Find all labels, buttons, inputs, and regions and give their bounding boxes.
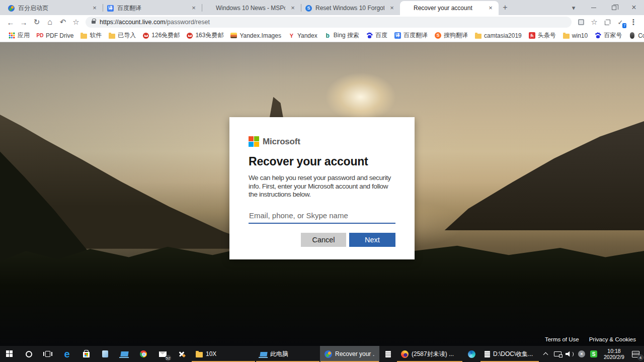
minimize-icon <box>591 8 596 8</box>
tools-button[interactable] <box>172 346 191 362</box>
account-input[interactable] <box>249 210 395 224</box>
laptop-icon <box>120 351 128 356</box>
taskbar-clock[interactable]: 10:18 2020/2/9 <box>600 348 628 360</box>
close-icon[interactable] <box>487 4 495 12</box>
bookmark-page-button[interactable] <box>588 16 601 28</box>
bookmark-yandex[interactable]: Yandex <box>285 31 321 40</box>
cortana-search-button[interactable] <box>19 346 38 362</box>
bookmark-baijiahao[interactable]: 百家号 <box>591 30 625 41</box>
bookmark-126-mail[interactable]: 126免费邮 <box>139 30 183 41</box>
task-view-icon <box>43 351 52 357</box>
home-button[interactable] <box>43 16 56 28</box>
next-button[interactable]: Next <box>349 233 395 247</box>
laptop-icon <box>260 352 267 356</box>
taskbar-window-firefox[interactable]: (2587封未读) ... <box>396 346 463 362</box>
close-icon[interactable] <box>190 4 198 12</box>
address-bar[interactable]: https://account.live.com/password/reset <box>86 17 572 28</box>
cent-browser-icon <box>325 350 332 358</box>
undo-closed-tab-button[interactable] <box>56 16 69 28</box>
bookmark-baidu[interactable]: 百度 <box>363 30 391 41</box>
tab-baidu-translate[interactable]: 百度翻译 <box>103 1 202 15</box>
bookmark-pdf-drive[interactable]: PDF Drive <box>33 31 77 40</box>
bookmark-folder-imported[interactable]: 已导入 <box>105 30 139 41</box>
chrome-button[interactable] <box>134 346 153 362</box>
dialog-title: Recover your account <box>249 155 395 168</box>
taskbar-window-10x[interactable]: 10X <box>191 346 256 362</box>
terms-of-use-link[interactable]: Terms of Use <box>545 336 579 342</box>
sogou-icon <box>435 32 441 39</box>
download-manager-icon[interactable]: 7 <box>614 16 627 28</box>
sogou-ime-button[interactable] <box>588 346 600 362</box>
mail-button[interactable]: 52 <box>153 346 172 362</box>
tab-strip: 百分启动页 百度翻译 Windows 10 News - MSPower Res… <box>0 0 644 15</box>
taskbar-window-recover-account[interactable]: Recover your ... <box>320 346 379 362</box>
close-window-button[interactable] <box>624 0 644 15</box>
bookmark-folder-software[interactable]: 软件 <box>77 30 105 41</box>
start-button[interactable] <box>0 346 19 362</box>
cent-browser-icon <box>8 5 15 12</box>
mail-unread-badge: 52 <box>165 355 171 361</box>
privacy-cookies-link[interactable]: Privacy & Cookies <box>589 336 636 342</box>
action-center-button[interactable]: 4 <box>628 346 643 362</box>
tab-cent-start-page[interactable]: 百分启动页 <box>4 1 103 15</box>
task-view-button[interactable] <box>38 346 57 362</box>
network-button[interactable] <box>551 346 564 362</box>
clock-time: 10:18 <box>604 348 624 354</box>
minimize-button[interactable] <box>584 0 604 15</box>
forward-button[interactable] <box>17 16 30 28</box>
close-icon[interactable] <box>289 4 297 12</box>
restore-button[interactable] <box>604 0 624 15</box>
s-site-icon <box>305 5 312 12</box>
tray-overflow-button[interactable] <box>539 346 551 362</box>
back-button[interactable] <box>4 16 17 28</box>
bookmark-bing[interactable]: Bing 搜索 <box>321 30 363 41</box>
pdf-drive-icon <box>37 32 43 39</box>
secure-lock-icon[interactable] <box>92 21 96 24</box>
restore-icon <box>612 6 616 10</box>
this-pc-pinned-button[interactable] <box>115 346 134 362</box>
tab-recover-account[interactable]: Recover your account <box>400 1 499 15</box>
bookmark-toutiao[interactable]: 头条号 <box>525 30 559 41</box>
browser-menu-button[interactable] <box>627 16 640 28</box>
volume-button[interactable] <box>564 346 576 362</box>
bookmark-complete-guide[interactable]: Complete Guide... <box>625 31 644 40</box>
taskbar-window-this-pc[interactable]: 此电脑 <box>256 346 320 362</box>
tray-x-app-button[interactable] <box>576 346 588 362</box>
system-tray: 10:18 2020/2/9 4 <box>539 346 644 362</box>
windows-start-icon <box>6 350 13 357</box>
reload-button[interactable] <box>30 16 43 28</box>
tab-list-dropdown-icon[interactable] <box>564 0 584 15</box>
extension-glyph <box>578 19 584 25</box>
tab-reset-windows[interactable]: Reset Windows 10 Forgotten <box>301 1 400 15</box>
bookmark-folder-camtasia[interactable]: camtasia2019 <box>471 31 525 40</box>
toutiao-icon <box>529 32 535 39</box>
taskbar-window-doc-notepad[interactable]: D:\DOC\收集... <box>480 346 539 362</box>
bookmarks-bar: 应用 PDF Drive 软件 已导入 126免费邮 163免费邮 Yandex… <box>0 29 644 42</box>
close-icon[interactable] <box>91 4 99 12</box>
notepad-pinned-button[interactable] <box>379 346 396 362</box>
screenshot-crop-icon[interactable] <box>601 16 614 28</box>
chevron-up-icon <box>543 352 548 357</box>
sticky-notes-button[interactable] <box>96 346 115 362</box>
microsoft-store-button[interactable] <box>76 346 96 362</box>
bing-icon <box>325 32 331 39</box>
bookmark-star-button[interactable] <box>69 16 83 28</box>
bookmark-yandex-images[interactable]: Yandex.Images <box>227 31 285 40</box>
url-host: https://account.live.com <box>100 19 166 26</box>
edge-new-pinned-button[interactable] <box>463 346 480 362</box>
bookmark-sogou-translate[interactable]: 搜狗翻译 <box>431 30 471 41</box>
bookmark-apps[interactable]: 应用 <box>5 30 33 41</box>
bookmark-baidu-translate[interactable]: 百度翻译 <box>391 30 431 41</box>
page-content: Microsoft Recover your account We can he… <box>0 42 644 346</box>
close-icon[interactable] <box>388 4 396 12</box>
cortana-circle-icon <box>26 351 32 357</box>
cancel-button[interactable]: Cancel <box>301 233 346 247</box>
bookmark-163-mail[interactable]: 163免费邮 <box>183 30 227 41</box>
tab-windows-news[interactable]: Windows 10 News - MSPower <box>202 1 301 15</box>
extension-icon[interactable] <box>575 16 588 28</box>
new-tab-button[interactable] <box>499 1 512 14</box>
clock-date: 2020/2/9 <box>604 354 624 360</box>
edge-legacy-button[interactable] <box>57 346 76 362</box>
folder-icon <box>80 34 87 39</box>
bookmark-folder-win10[interactable]: win10 <box>559 31 591 40</box>
